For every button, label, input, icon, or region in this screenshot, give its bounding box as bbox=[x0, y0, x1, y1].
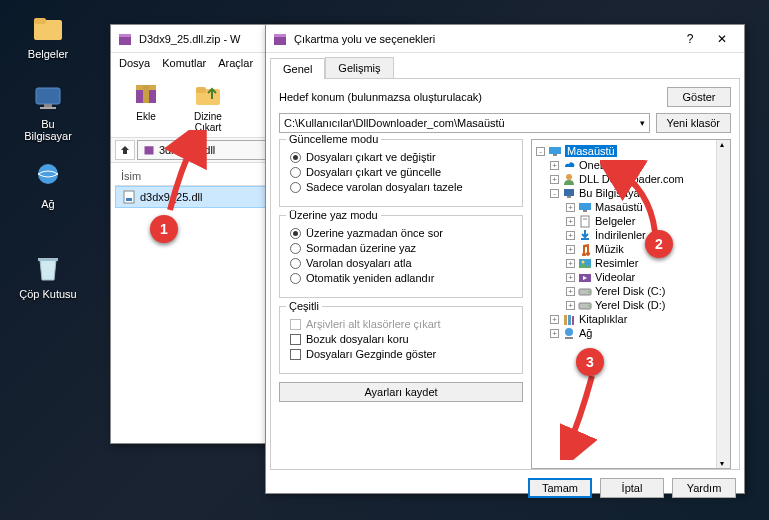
help-button[interactable]: Yardım bbox=[672, 478, 736, 498]
tab-general[interactable]: Genel bbox=[270, 58, 325, 79]
ok-button[interactable]: Tamam bbox=[528, 478, 592, 498]
desktop-icon-label: Ağ bbox=[18, 198, 78, 210]
expand-icon[interactable]: + bbox=[550, 329, 559, 338]
save-settings-button[interactable]: Ayarları kaydet bbox=[279, 382, 523, 402]
tab-advanced[interactable]: Gelişmiş bbox=[325, 57, 393, 78]
winrar-icon bbox=[272, 31, 288, 47]
svg-rect-20 bbox=[553, 154, 557, 156]
tree-item[interactable]: -Masaüstü bbox=[534, 144, 728, 158]
extract-title: Çıkartma yolu ve seçenekleri bbox=[294, 33, 674, 45]
tree-item[interactable]: +Ağ bbox=[534, 326, 728, 340]
expand-icon[interactable]: + bbox=[566, 203, 575, 212]
radio-ask-overwrite[interactable]: Üzerine yazmadan önce sor bbox=[290, 227, 512, 239]
svg-rect-1 bbox=[34, 18, 46, 24]
svg-rect-19 bbox=[549, 147, 561, 154]
svg-point-35 bbox=[588, 305, 590, 307]
folder-icon bbox=[30, 10, 66, 46]
net-icon bbox=[562, 327, 576, 339]
radio-extract-update[interactable]: Dosyaları çıkart ve güncelle bbox=[290, 166, 512, 178]
desktop-icon-documents[interactable]: Belgeler bbox=[18, 10, 78, 60]
group-update-mode: Güncelleme modu Dosyaları çıkart ve deği… bbox=[279, 139, 523, 207]
path-up-button[interactable] bbox=[115, 140, 135, 160]
radio-skip-existing[interactable]: Varolan dosyaları atla bbox=[290, 257, 512, 269]
desktop-icon bbox=[548, 145, 562, 157]
check-archives-subfolder: Arşivleri alt klasörlere çıkart bbox=[290, 318, 512, 330]
add-icon bbox=[130, 77, 162, 109]
desktop-icon bbox=[578, 201, 592, 213]
video-icon bbox=[578, 271, 592, 283]
radio-auto-rename[interactable]: Otomatik yeniden adlandır bbox=[290, 272, 512, 284]
svg-rect-38 bbox=[572, 316, 574, 325]
cancel-button[interactable]: İptal bbox=[600, 478, 664, 498]
tree-item-label: Yerel Disk (C:) bbox=[595, 285, 666, 297]
collapse-icon[interactable]: - bbox=[536, 147, 545, 156]
svg-rect-3 bbox=[44, 104, 52, 107]
tree-item[interactable]: +Yerel Disk (D:) bbox=[534, 298, 728, 312]
extract-titlebar[interactable]: Çıkartma yolu ve seçenekleri ? ✕ bbox=[266, 25, 744, 53]
tree-item[interactable]: +Müzik bbox=[534, 242, 728, 256]
expand-icon[interactable]: + bbox=[566, 287, 575, 296]
check-show-explorer[interactable]: Dosyaları Gezginde göster bbox=[290, 348, 512, 360]
menu-commands[interactable]: Komutlar bbox=[162, 57, 206, 69]
music-icon bbox=[578, 243, 592, 255]
group-misc-label: Çeşitli bbox=[286, 300, 322, 312]
svg-rect-37 bbox=[568, 315, 571, 325]
desktop-icon-network[interactable]: Ağ bbox=[18, 160, 78, 210]
desktop-icon-recyclebin[interactable]: Çöp Kutusu bbox=[18, 250, 78, 300]
toolbar-add-label: Ekle bbox=[119, 111, 173, 122]
svg-rect-23 bbox=[567, 196, 571, 198]
menu-file[interactable]: Dosya bbox=[119, 57, 150, 69]
tree-item[interactable]: +Resimler bbox=[534, 256, 728, 270]
radio-freshen-only[interactable]: Sadece varolan dosyaları tazele bbox=[290, 181, 512, 193]
svg-rect-28 bbox=[581, 238, 589, 240]
group-overwrite-mode: Üzerine yaz modu Üzerine yazmadan önce s… bbox=[279, 215, 523, 298]
expand-icon[interactable]: + bbox=[566, 273, 575, 282]
svg-rect-36 bbox=[564, 315, 567, 325]
desktop-icon-thispc[interactable]: Bu Bilgisayar bbox=[18, 80, 78, 142]
radio-extract-replace[interactable]: Dosyaları çıkart ve değiştir bbox=[290, 151, 512, 163]
menu-tools[interactable]: Araçlar bbox=[218, 57, 253, 69]
close-button[interactable]: ✕ bbox=[706, 28, 738, 50]
extract-tabs: Genel Gelişmiş bbox=[266, 53, 744, 78]
disk-icon bbox=[578, 285, 592, 297]
svg-rect-16 bbox=[126, 198, 132, 201]
show-button[interactable]: Göster bbox=[667, 87, 731, 107]
expand-icon[interactable]: + bbox=[566, 245, 575, 254]
svg-rect-2 bbox=[36, 88, 60, 104]
tree-item-label: Ağ bbox=[579, 327, 592, 339]
check-keep-broken[interactable]: Bozuk dosyaları koru bbox=[290, 333, 512, 345]
expand-icon[interactable]: + bbox=[566, 259, 575, 268]
radio-no-ask-overwrite[interactable]: Sormadan üzerine yaz bbox=[290, 242, 512, 254]
tree-item-label: Yerel Disk (D:) bbox=[595, 299, 666, 311]
expand-icon[interactable]: + bbox=[566, 217, 575, 226]
expand-icon[interactable]: + bbox=[550, 161, 559, 170]
expand-icon[interactable]: + bbox=[566, 301, 575, 310]
svg-rect-24 bbox=[579, 203, 591, 210]
svg-rect-15 bbox=[124, 191, 134, 203]
tree-item-label: Masaüstü bbox=[565, 145, 617, 157]
toolbar-extract-button[interactable]: Dizine Çıkart bbox=[181, 77, 235, 133]
help-button[interactable]: ? bbox=[674, 28, 706, 50]
extract-tab-body: Hedef konum (bulunmazsa oluşturulacak) G… bbox=[270, 78, 740, 470]
network-icon bbox=[30, 160, 66, 196]
new-folder-button[interactable]: Yeni klasör bbox=[656, 113, 731, 133]
svg-rect-8 bbox=[119, 34, 131, 37]
pc-icon bbox=[562, 187, 576, 199]
svg-rect-25 bbox=[583, 210, 587, 212]
dest-path-combo[interactable]: C:\Kullanıcılar\DllDownloader_com\Masaüs… bbox=[279, 113, 650, 133]
toolbar-add-button[interactable]: Ekle bbox=[119, 77, 173, 133]
group-update-label: Güncelleme modu bbox=[286, 133, 381, 145]
tree-item[interactable]: +Videolar bbox=[534, 270, 728, 284]
tree-item[interactable]: +Kitaplıklar bbox=[534, 312, 728, 326]
expand-icon[interactable]: + bbox=[550, 175, 559, 184]
expand-icon[interactable]: + bbox=[550, 315, 559, 324]
disk-icon bbox=[578, 299, 592, 311]
collapse-icon[interactable]: - bbox=[550, 189, 559, 198]
tree-scrollbar[interactable] bbox=[716, 140, 730, 468]
lib-icon bbox=[562, 313, 576, 325]
dll-file-icon bbox=[122, 190, 136, 204]
tree-item[interactable]: +Yerel Disk (C:) bbox=[534, 284, 728, 298]
expand-icon[interactable]: + bbox=[566, 231, 575, 240]
svg-rect-22 bbox=[564, 189, 574, 196]
annotation-arrow-3 bbox=[560, 370, 620, 460]
